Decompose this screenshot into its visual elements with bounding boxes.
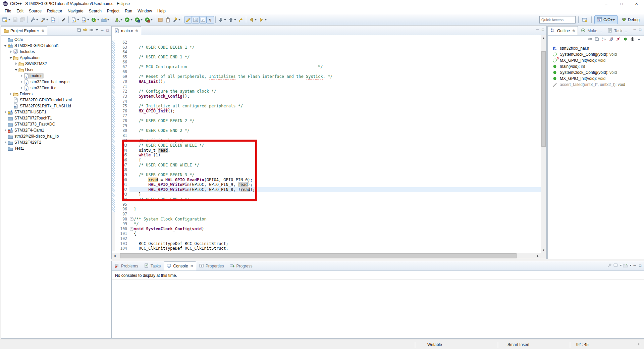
save-icon[interactable] xyxy=(11,16,19,23)
menu-search[interactable]: Search xyxy=(86,8,104,14)
debug-perspective-icon[interactable] xyxy=(622,17,627,23)
code-line[interactable]: 102 xyxy=(112,236,541,241)
outline-item[interactable]: SystemClock_Config(void) : void xyxy=(548,51,644,57)
maximize-outline-icon[interactable]: □ xyxy=(638,28,642,32)
binary-icon[interactable]: 010 xyxy=(49,16,57,23)
tree-item-drivers[interactable]: Drivers xyxy=(1,91,111,97)
code-line[interactable]: 95 xyxy=(112,202,541,207)
code-line[interactable]: 64 xyxy=(112,50,541,55)
tree-item-application[interactable]: Application xyxy=(1,55,111,61)
perspective-debug[interactable]: Debug xyxy=(619,15,642,24)
new-wizard-icon[interactable] xyxy=(1,16,11,23)
expand-icon[interactable] xyxy=(19,74,24,77)
tab-progress[interactable]: Progress xyxy=(227,261,256,270)
tree-item-stm32f429i-disco-hal-lib[interactable]: stm32f429i-disco_hal_lib xyxy=(1,133,111,139)
hide-fields-icon[interactable] xyxy=(609,37,614,43)
maximize-editor-icon[interactable]: □ xyxy=(541,28,545,32)
code-line[interactable]: 74 xyxy=(112,99,541,104)
close-window-icon[interactable]: ✕ xyxy=(629,0,644,7)
minimize-console-icon[interactable]: ─ xyxy=(633,263,637,267)
close-view-icon[interactable]: ⊗ xyxy=(572,29,575,33)
editor-horizontal-scrollbar[interactable]: ◀ ▶ xyxy=(112,253,541,259)
code-line[interactable]: 65 /* USER CODE END 1 */ xyxy=(112,55,541,60)
sort-icon[interactable]: az xyxy=(602,37,607,43)
back-icon[interactable] xyxy=(248,16,258,23)
view-menu-icon[interactable] xyxy=(96,29,98,31)
tree-item-stm32f051r8tx-flash-ld[interactable]: LDSTM32F051R8Tx_FLASH.ld xyxy=(1,103,111,109)
code-line[interactable]: 66 xyxy=(112,60,541,65)
expand-icon[interactable] xyxy=(19,81,24,83)
last-edit-icon[interactable] xyxy=(237,16,245,23)
problems-icon[interactable] xyxy=(114,263,119,269)
task-list-icon[interactable] xyxy=(607,28,612,34)
focus-icon[interactable] xyxy=(588,37,593,43)
new-class-icon[interactable]: C xyxy=(90,16,100,23)
code-line[interactable]: 62 xyxy=(112,40,541,45)
code-line[interactable]: 98−/** System Clock Configuration xyxy=(112,217,541,222)
minimize-window-icon[interactable]: – xyxy=(599,0,614,7)
maximize-console-icon[interactable]: □ xyxy=(638,263,642,267)
expand-icon[interactable] xyxy=(3,111,8,113)
view-menu-icon[interactable] xyxy=(638,39,640,41)
tree-item-stm32f0xx-hal-msp-c[interactable]: cstm32f0xx_hal_msp.c xyxy=(1,79,111,85)
collapse-icon[interactable] xyxy=(14,69,18,71)
next-annotation-icon[interactable] xyxy=(217,16,227,23)
show-whitespace-icon[interactable]: ¶ xyxy=(207,16,214,23)
expand-icon[interactable] xyxy=(8,93,13,95)
code-line[interactable]: 75 /* Initialize all configured peripher… xyxy=(112,104,541,109)
console-display-icon[interactable] xyxy=(613,263,618,268)
code-line[interactable]: 103 RCC_OscInitTypeDef RCC_OscInitStruct… xyxy=(112,241,541,246)
collapse-icon[interactable] xyxy=(8,57,13,59)
expand-icon[interactable] xyxy=(3,141,8,144)
code-line[interactable]: 81 xyxy=(112,133,541,138)
tree-item-stm32f0-gpiotutorial1-xml[interactable]: STM32F0-GPIOTutorial1.xml xyxy=(1,97,111,103)
tab-properties[interactable]: Properties xyxy=(196,261,227,270)
maximize-window-icon[interactable]: □ xyxy=(614,0,629,7)
outline-item[interactable]: SystemClock_Config(void) : void xyxy=(548,69,644,76)
quick-access-input[interactable] xyxy=(539,16,576,23)
tasks-icon[interactable] xyxy=(144,263,149,269)
menu-project[interactable]: Project xyxy=(104,8,122,14)
tree-item-stm32f0-gpiotutorial1[interactable]: CSTM32F0-GPIOTutorial1 xyxy=(1,43,111,49)
code-line[interactable]: 72 /* Configure the system clock */ xyxy=(112,89,541,94)
code-line[interactable]: 97 xyxy=(112,212,541,217)
tree-item-ochi[interactable]: Ochi xyxy=(1,37,111,43)
make-target-icon[interactable] xyxy=(581,28,586,34)
code-line[interactable]: 96} xyxy=(112,207,541,212)
code-line[interactable]: 69 /* Reset of all peripherals, Initiali… xyxy=(112,74,541,79)
menu-source[interactable]: Source xyxy=(26,8,44,14)
scroll-right-icon[interactable]: ▶ xyxy=(535,253,541,259)
tree-item-sw4stm32[interactable]: SW4STM32 xyxy=(1,61,111,67)
collapse-all-icon[interactable] xyxy=(77,28,82,33)
open-element-icon[interactable] xyxy=(157,16,164,23)
tree-item-user[interactable]: User xyxy=(1,67,111,73)
outline-icon[interactable] xyxy=(550,28,555,34)
code-line[interactable]: 73 SystemClock_Config(); xyxy=(112,94,541,99)
block-selection-icon[interactable] xyxy=(192,16,199,23)
scroll-left-icon[interactable]: ◀ xyxy=(112,253,117,259)
tree-item-stm32f072toucht1[interactable]: STM32F072TouchT1 xyxy=(1,115,111,121)
outline-item[interactable]: stm32f0xx_hal.h xyxy=(548,45,644,51)
code-line[interactable]: 77 xyxy=(112,113,541,118)
code-line[interactable]: 78 /* USER CODE BEGIN 2 */ xyxy=(112,118,541,123)
hide-non-public-icon[interactable] xyxy=(623,37,628,43)
tab-make[interactable]: Make ... xyxy=(578,26,605,35)
menu-file[interactable]: File xyxy=(2,8,14,14)
expand-icon[interactable] xyxy=(8,50,13,53)
new-c-source-icon[interactable]: c xyxy=(70,16,80,23)
code-line[interactable]: 68 xyxy=(112,69,541,74)
console-open-icon[interactable] xyxy=(623,263,628,268)
minimize-view-icon[interactable]: ─ xyxy=(100,28,105,32)
tab-tasks[interactable]: Tasks xyxy=(141,261,164,270)
code-line[interactable]: 63 /* USER CODE BEGIN 1 */ xyxy=(112,45,541,50)
menu-refactor[interactable]: Refactor xyxy=(44,8,65,14)
expand-icon[interactable] xyxy=(19,87,24,89)
properties-icon[interactable] xyxy=(199,263,204,269)
minimize-editor-icon[interactable]: ─ xyxy=(535,28,540,32)
new-cpp-source-icon[interactable]: c+ xyxy=(80,16,90,23)
forward-icon[interactable] xyxy=(258,16,268,23)
outline-item[interactable]: main(void) : int xyxy=(548,63,644,69)
progress-icon[interactable] xyxy=(230,263,235,269)
outline-item[interactable]: MX_GPIO_Init(void) : void xyxy=(548,76,644,82)
code-line[interactable]: 80 /* USER CODE END 2 */ xyxy=(112,128,541,133)
